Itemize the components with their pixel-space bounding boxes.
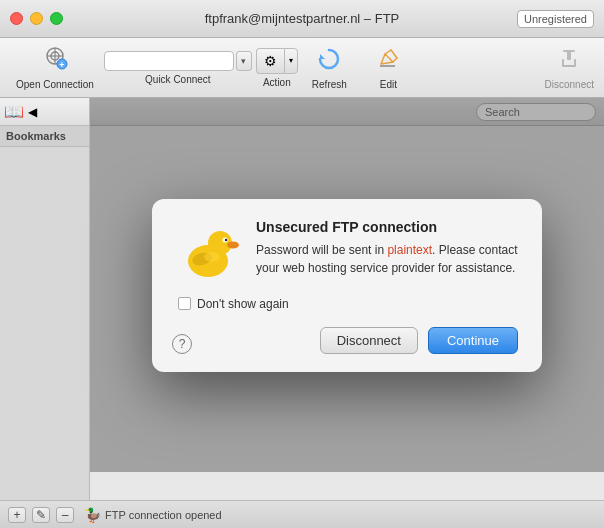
- svg-text:+: +: [59, 60, 64, 70]
- bookmarks-label: Bookmarks: [0, 126, 89, 147]
- sidebar: 📖 ◀ Bookmarks: [0, 98, 90, 500]
- svg-point-16: [225, 238, 227, 240]
- disconnect-dialog-button[interactable]: Disconnect: [320, 327, 418, 354]
- add-bookmark-button[interactable]: +: [8, 507, 26, 523]
- minimize-button[interactable]: [30, 12, 43, 25]
- quick-connect-label: Quick Connect: [145, 74, 211, 85]
- window-title: ftpfrank@mijntestpartner.nl – FTP: [205, 11, 400, 26]
- modal-body: Password will be sent in plaintext. Plea…: [256, 241, 518, 277]
- dont-show-again-checkbox[interactable]: [178, 297, 191, 310]
- maximize-button[interactable]: [50, 12, 63, 25]
- remove-bookmark-button[interactable]: –: [56, 507, 74, 523]
- svg-rect-12: [567, 50, 571, 60]
- title-bar: ftpfrank@mijntestpartner.nl – FTP Unregi…: [0, 0, 604, 38]
- quick-connect-dropdown[interactable]: ▾: [236, 51, 252, 71]
- svg-line-9: [391, 50, 397, 58]
- action-dropdown-arrow[interactable]: ▾: [284, 48, 298, 74]
- modal-body-highlight: plaintext: [387, 243, 432, 257]
- open-connection-icon: +: [42, 46, 68, 76]
- duck-icon: [176, 219, 240, 283]
- svg-line-7: [385, 50, 391, 54]
- toolbar: + Open Connection ▾ Quick Connect ⚙ ▾ Ac…: [0, 38, 604, 98]
- disconnect-label: Disconnect: [545, 79, 594, 90]
- gear-icon[interactable]: ⚙: [256, 48, 284, 74]
- modal-content: Unsecured FTP connection Password will b…: [176, 219, 518, 283]
- modal-title: Unsecured FTP connection: [256, 219, 518, 235]
- quick-connect-input-row: ▾: [104, 51, 252, 71]
- content-area: 📖 ◀ Bookmarks: [0, 98, 604, 500]
- svg-point-17: [227, 241, 239, 248]
- disconnect-button[interactable]: Disconnect: [545, 46, 594, 90]
- action-label: Action: [263, 77, 291, 88]
- status-bar: + ✎ – 🦆 FTP connection opened: [0, 500, 604, 528]
- svg-marker-6: [320, 54, 325, 59]
- disconnect-icon: [556, 46, 582, 76]
- edit-button[interactable]: Edit: [361, 42, 416, 94]
- edit-icon: [375, 46, 401, 76]
- refresh-button[interactable]: Refresh: [302, 42, 357, 94]
- continue-button[interactable]: Continue: [428, 327, 518, 354]
- status-message: FTP connection opened: [105, 509, 222, 521]
- main-panel: Unsecured FTP connection Password will b…: [90, 98, 604, 500]
- status-text: 🦆 FTP connection opened: [84, 507, 222, 523]
- modal-checkbox-row: Don't show again: [176, 297, 518, 311]
- svg-line-8: [393, 58, 397, 62]
- quick-connect-field[interactable]: [104, 51, 234, 71]
- edit-label: Edit: [380, 79, 397, 90]
- modal-body-part1: Password will be sent in: [256, 243, 387, 257]
- close-button[interactable]: [10, 12, 23, 25]
- action-icon-box: ⚙ ▾: [256, 48, 298, 74]
- traffic-lights: [10, 12, 63, 25]
- modal-overlay: Unsecured FTP connection Password will b…: [90, 98, 604, 472]
- bookmarks-icon[interactable]: 📖: [4, 102, 24, 121]
- sidebar-toolbar: 📖 ◀: [0, 98, 89, 126]
- modal-buttons: ? Disconnect Continue: [176, 327, 518, 354]
- help-button[interactable]: ?: [172, 334, 192, 354]
- modal-text-area: Unsecured FTP connection Password will b…: [256, 219, 518, 283]
- status-ftp-icon: 🦆: [84, 507, 101, 523]
- open-connection-label: Open Connection: [16, 79, 94, 90]
- refresh-icon: [316, 46, 342, 76]
- refresh-label: Refresh: [312, 79, 347, 90]
- dont-show-again-label: Don't show again: [197, 297, 289, 311]
- edit-bookmark-button[interactable]: ✎: [32, 507, 50, 523]
- open-connection-button[interactable]: + Open Connection: [10, 42, 100, 94]
- quick-connect-group: ▾ Quick Connect: [104, 51, 252, 85]
- modal-dialog: Unsecured FTP connection Password will b…: [152, 199, 542, 372]
- unregistered-badge: Unregistered: [517, 10, 594, 28]
- action-button[interactable]: ⚙ ▾ Action: [256, 48, 298, 88]
- sidebar-back-arrow[interactable]: ◀: [28, 105, 37, 119]
- svg-point-19: [204, 252, 220, 262]
